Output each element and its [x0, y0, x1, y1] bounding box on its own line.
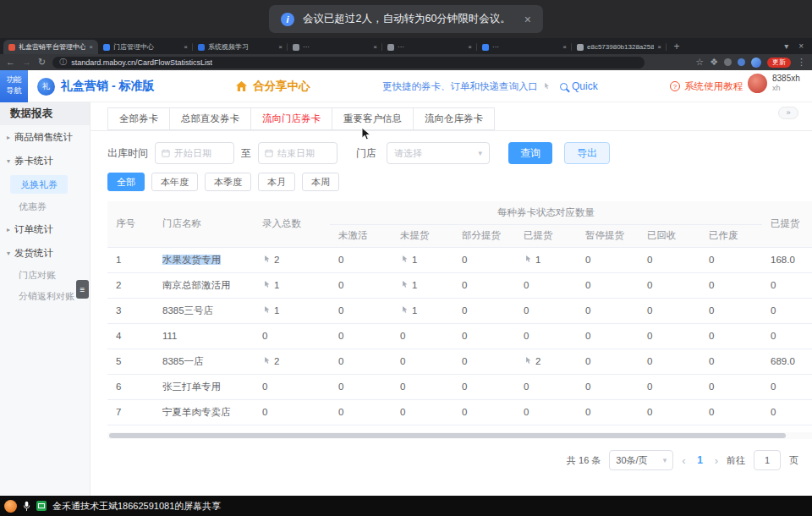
tab-hq-direct-cards[interactable]: 总部直发券卡: [169, 107, 251, 130]
sidebar-item-product-sales[interactable]: ▸ 商品销售统计: [0, 125, 90, 149]
goto-unit: 页: [789, 454, 798, 467]
browser-tab[interactable]: ··· ×: [477, 40, 572, 54]
cell-count: 0: [639, 323, 700, 349]
screen-share-text: 金禾通技术王斌18662591081的屏幕共享: [52, 500, 221, 513]
start-date-input[interactable]: 开始日期: [155, 142, 234, 164]
quick-search-entry[interactable]: 更快捷的券卡、订单和快递查询入口 Quick: [382, 70, 598, 102]
tab-store-flow-cards[interactable]: 流向门店券卡: [250, 107, 332, 130]
mouse-cursor: [361, 127, 371, 141]
tab-close-icon[interactable]: ×: [278, 43, 283, 51]
user-box[interactable]: 8385xh xh: [748, 74, 800, 93]
tab-close-icon[interactable]: ×: [373, 43, 377, 51]
cell-count: 0: [577, 323, 639, 349]
tab-search-caret-icon[interactable]: ▾: [784, 41, 788, 51]
tab-all-cards[interactable]: 全部券卡: [107, 107, 170, 130]
bookmark-star-icon[interactable]: ☆: [695, 58, 704, 67]
user-sub-name: xh: [772, 84, 800, 93]
tab-close-icon[interactable]: ×: [562, 43, 567, 51]
cell-count[interactable]: 1: [254, 298, 330, 323]
microphone-icon[interactable]: [23, 501, 30, 512]
quick-filter-quarter[interactable]: 本季度: [205, 173, 251, 191]
cell-count[interactable]: 1: [254, 272, 330, 298]
column-header-status: 未提货: [392, 224, 453, 247]
page-size-select[interactable]: 30条/页 ▾: [609, 450, 673, 470]
cell-count: 0: [453, 323, 515, 349]
browser-tab[interactable]: 门店管理中心 ×: [98, 40, 193, 54]
browser-tab[interactable]: e8c573980b1328a258fd2e6l ×: [572, 40, 667, 54]
prev-page-button[interactable]: ‹: [682, 454, 685, 467]
sidebar-collapse-handle[interactable]: ≡: [76, 280, 89, 299]
sidebar-item-order-stats[interactable]: ▸ 订单统计: [0, 217, 90, 241]
quick-filter-all[interactable]: 全部: [107, 173, 145, 191]
cell-count[interactable]: 2: [254, 247, 330, 272]
table-row: 1水果发货专用20101000168.0: [107, 247, 812, 272]
sharer-avatar: [4, 500, 17, 513]
sidebar-item-discount-coupon[interactable]: 优惠券: [0, 196, 90, 217]
sidebar-item-label: 券卡统计: [14, 155, 53, 167]
new-tab-button[interactable]: +: [670, 40, 683, 53]
extension-icon[interactable]: [724, 58, 732, 66]
store-select[interactable]: 请选择 ▾: [387, 142, 490, 164]
browser-menu-icon[interactable]: ⋮: [797, 58, 806, 67]
browser-tab[interactable]: ··· ×: [288, 40, 382, 54]
extensions-icon[interactable]: ❖: [710, 58, 718, 67]
cell-count[interactable]: 2: [515, 349, 577, 374]
tab-close-icon[interactable]: ×: [184, 43, 188, 51]
address-bar[interactable]: ⓘ standard.maboy.cn/CardFlowStatisticsLi…: [52, 57, 645, 69]
window-close-icon[interactable]: ×: [798, 41, 804, 51]
tab-title: ···: [303, 43, 370, 51]
cell-count: 0: [700, 272, 762, 298]
browser-toolbar: ← → ↻ ⓘ standard.maboy.cn/CardFlowStatis…: [0, 54, 812, 70]
scrollbar-thumb[interactable]: [109, 433, 786, 438]
search-button[interactable]: 查询: [508, 142, 552, 164]
tab-close-icon[interactable]: ×: [468, 43, 472, 51]
cell-count: 0: [330, 374, 392, 399]
export-button[interactable]: 导出: [564, 142, 610, 164]
end-date-input[interactable]: 结束日期: [258, 142, 337, 164]
quick-filter-year[interactable]: 本年度: [151, 173, 198, 191]
pagination: 共 16 条 30条/页 ▾ ‹ 1 › 前往 页: [91, 450, 812, 470]
tab-key-customer-info[interactable]: 重要客户信息: [332, 107, 414, 130]
click-count-icon: [262, 255, 272, 264]
browser-tab[interactable]: 系统视频学习 ×: [193, 40, 288, 54]
next-page-button[interactable]: ›: [715, 454, 718, 467]
panel-collapse-button[interactable]: »: [778, 107, 798, 119]
function-nav-button[interactable]: 功能 导航: [0, 70, 28, 102]
browser-tab[interactable]: ··· ×: [382, 40, 477, 54]
tab-favicon: [387, 44, 394, 51]
notification-close-icon[interactable]: ×: [524, 13, 531, 26]
sidebar-item-shipping-stats[interactable]: ▾ 发货统计: [0, 241, 90, 265]
sidebar-item-exchange-coupon[interactable]: 兑换礼券: [10, 175, 68, 194]
cell-count[interactable]: 1: [392, 298, 453, 323]
cell-count: 0: [453, 374, 515, 399]
extension-icon[interactable]: [738, 58, 745, 66]
profile-avatar[interactable]: [751, 58, 761, 68]
share-center-link[interactable]: 合分享中心: [235, 70, 310, 102]
cell-count: 0: [453, 272, 515, 298]
cell-count: 0: [392, 399, 453, 425]
back-icon[interactable]: ←: [6, 58, 15, 67]
table-body: 1水果发货专用20101000168.02南京总部激活用101000000383…: [107, 247, 812, 439]
cell-count: 0: [392, 374, 453, 399]
tab-warehouse-flow-cards[interactable]: 流向仓库券卡: [413, 107, 495, 130]
browser-update-button[interactable]: 更新: [767, 58, 791, 68]
sidebar-item-card-stats[interactable]: ▾ 券卡统计: [0, 149, 90, 173]
tutorial-link[interactable]: ? 系统使用教程: [670, 70, 743, 102]
site-info-icon[interactable]: ⓘ: [59, 57, 67, 68]
browser-tab[interactable]: 礼盒营销平台管理中心 ×: [3, 40, 98, 54]
reload-icon[interactable]: ↻: [38, 58, 46, 67]
tab-close-icon[interactable]: ×: [657, 43, 661, 51]
page-size-value: 30条/页: [616, 454, 647, 467]
cell-count[interactable]: 2: [254, 349, 330, 374]
calendar-icon: [265, 149, 273, 157]
quick-filter-week[interactable]: 本周: [302, 173, 339, 191]
page-number[interactable]: 1: [694, 454, 706, 466]
goto-page-input[interactable]: [754, 450, 781, 470]
cell-count[interactable]: 1: [392, 247, 453, 272]
forward-icon[interactable]: →: [22, 58, 31, 67]
quick-filter-month[interactable]: 本月: [258, 173, 295, 191]
horizontal-scrollbar[interactable]: [107, 432, 812, 439]
tab-close-icon[interactable]: ×: [89, 43, 93, 51]
cell-count[interactable]: 1: [515, 247, 577, 272]
cell-count[interactable]: 1: [392, 272, 453, 298]
